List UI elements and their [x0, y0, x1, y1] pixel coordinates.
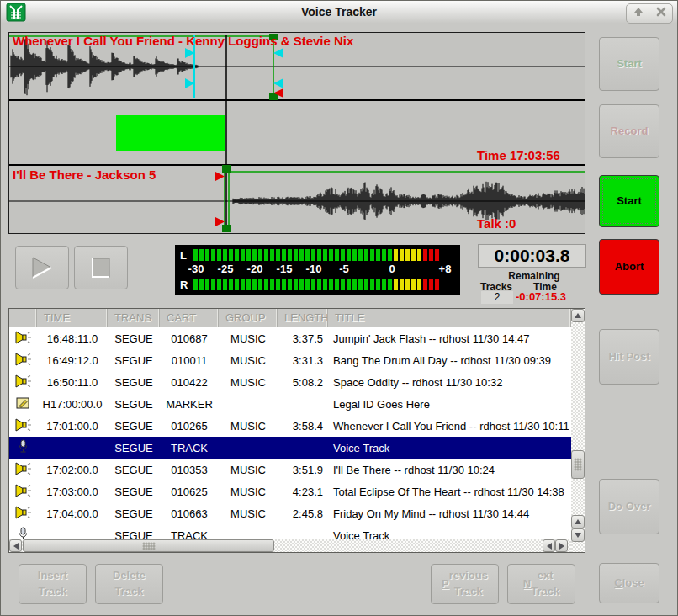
log-cell-cart[interactable]: TRACK: [160, 529, 219, 540]
log-cell-title[interactable]: Jumpin' Jack Flash -- rdhost 11/30 14:47: [328, 332, 571, 345]
log-cell-icon[interactable]: [9, 462, 37, 478]
log-cell-group[interactable]: MUSIC: [219, 332, 278, 345]
log-cell-cart[interactable]: 010265: [160, 420, 219, 433]
log-cell-icon[interactable]: [9, 353, 37, 369]
table-row[interactable]: 17:01:00.0SEGUE010265MUSIC3:58.4Whenever…: [9, 415, 571, 437]
log-cell-cart[interactable]: 010625: [160, 486, 219, 498]
log-cell-trans[interactable]: SEGUE: [108, 486, 160, 498]
log-cell-cart[interactable]: 010353: [160, 464, 219, 476]
log-cell-time[interactable]: H17:00:00.0: [37, 398, 108, 411]
vscroll-up-button[interactable]: [571, 309, 585, 322]
log-cell-title[interactable]: Voice Track: [328, 442, 571, 454]
log-cell-length[interactable]: 3:58.4: [278, 420, 328, 433]
start-track2-button[interactable]: Start: [599, 175, 659, 227]
log-table-header[interactable]: TIMETRANSCARTGROUPLENGTHTITLE: [9, 309, 571, 327]
hscroll-left-button[interactable]: [9, 539, 22, 552]
log-cell-group[interactable]: MUSIC: [219, 486, 278, 498]
waveform-canvas[interactable]: [9, 33, 585, 233]
table-row[interactable]: 17:03:00.0SEGUE010625MUSIC4:23.1Total Ec…: [9, 481, 571, 502]
log-cell-title[interactable]: Friday On My Mind -- rdhost 11/30 14:44: [328, 507, 571, 520]
log-cell-time[interactable]: 17:04:00.0: [37, 507, 108, 520]
insert-track-button[interactable]: InsertTrack: [19, 564, 87, 604]
talk-start-marker-icon[interactable]: [185, 48, 194, 58]
previous-track-button[interactable]: PreviousTrack: [431, 564, 499, 604]
delete-track-button[interactable]: DeleteTrack: [95, 564, 163, 604]
log-cell-group[interactable]: MUSIC: [219, 464, 278, 476]
log-cell-time[interactable]: 17:02:00.0: [37, 464, 108, 476]
log-cell-group[interactable]: MUSIC: [219, 376, 278, 389]
log-cell-cart[interactable]: 010011: [160, 354, 219, 367]
stop-button[interactable]: [74, 246, 128, 289]
log-cell-group[interactable]: MUSIC: [219, 354, 278, 367]
track1-segue-handle-bottom[interactable]: [269, 93, 278, 100]
log-cell-title[interactable]: Bang The Drum All Day -- rdhost 11/30 09…: [328, 354, 571, 367]
track1-end-marker-icon2[interactable]: [273, 78, 283, 88]
next-track-button[interactable]: NextTrack: [507, 564, 575, 604]
log-cell-trans[interactable]: SEGUE: [108, 354, 160, 367]
column-header-length[interactable]: LENGTH: [278, 309, 328, 327]
log-cell-cart[interactable]: TRACK: [160, 442, 219, 454]
log-cell-title[interactable]: I'll Be There -- rdhost 11/30 10:24: [328, 464, 571, 476]
play-button[interactable]: [15, 246, 69, 289]
log-cell-time[interactable]: 17:03:00.0: [37, 486, 108, 498]
log-cell-title[interactable]: Total Eclipse Of The Heart -- rdhost 11/…: [328, 486, 571, 498]
log-cell-time[interactable]: 16:50:11.0: [37, 376, 108, 389]
table-row[interactable]: 16:49:12.0SEGUE010011MUSIC3:31.3Bang The…: [9, 349, 571, 371]
log-cell-icon[interactable]: [9, 331, 37, 347]
log-cell-title[interactable]: Voice Track: [328, 529, 571, 540]
log-cell-icon[interactable]: [9, 439, 37, 456]
table-row-selected[interactable]: SEGUETRACKVoice Track: [9, 437, 571, 459]
log-cell-group[interactable]: MUSIC: [219, 507, 278, 520]
track2-fade-marker-top-icon[interactable]: [215, 172, 225, 181]
close-button[interactable]: Close: [599, 563, 659, 603]
vscroll-up2-button[interactable]: [571, 515, 585, 528]
horizontal-scrollbar[interactable]: [9, 539, 571, 552]
log-cell-title[interactable]: Whenever I Call You Friend -- rdhost 11/…: [328, 420, 571, 433]
log-cell-time[interactable]: 16:49:12.0: [37, 354, 108, 367]
table-row[interactable]: 17:02:00.0SEGUE010353MUSIC3:51.9I'll Be …: [9, 459, 571, 481]
hscroll-right-button[interactable]: [555, 539, 568, 552]
hscroll-thumb[interactable]: [23, 539, 274, 552]
log-cell-icon[interactable]: [9, 527, 37, 539]
track2-start-handle-bottom[interactable]: [222, 225, 231, 232]
start-track1-button[interactable]: Start: [599, 37, 659, 91]
log-cell-length[interactable]: 5:08.2: [278, 376, 328, 389]
close-window-icon[interactable]: [655, 6, 667, 21]
table-row[interactable]: H17:00:00.0SEGUEMARKERLegal ID Goes Here: [9, 393, 571, 415]
vscroll-thumb[interactable]: [571, 450, 585, 479]
log-cell-icon[interactable]: [9, 418, 37, 434]
log-cell-cart[interactable]: MARKER: [160, 398, 219, 411]
log-cell-trans[interactable]: SEGUE: [108, 376, 160, 389]
hscroll-left2-button[interactable]: [543, 539, 555, 552]
shade-window-icon[interactable]: [633, 6, 644, 21]
track1-end-marker-icon[interactable]: [273, 48, 283, 58]
log-cell-length[interactable]: 3:51.9: [278, 464, 328, 476]
vertical-scrollbar[interactable]: [571, 309, 585, 552]
log-cell-trans[interactable]: SEGUE: [108, 507, 160, 520]
log-cell-icon[interactable]: [9, 484, 37, 500]
column-header-trans[interactable]: TRANS: [108, 309, 160, 327]
vscroll-down-button[interactable]: [571, 528, 585, 542]
log-table-body[interactable]: 16:48:11.0SEGUE010687MUSIC3:37.5Jumpin' …: [9, 327, 571, 539]
log-cell-length[interactable]: 3:37.5: [278, 332, 328, 345]
log-cell-trans[interactable]: SEGUE: [108, 529, 160, 540]
column-header-group[interactable]: GROUP: [219, 309, 278, 327]
table-row[interactable]: 16:50:11.0SEGUE010422MUSIC5:08.2Space Od…: [9, 371, 571, 393]
log-cell-cart[interactable]: 010687: [160, 332, 219, 345]
table-row[interactable]: 16:48:11.0SEGUE010687MUSIC3:37.5Jumpin' …: [9, 327, 571, 349]
talk-end-marker-icon[interactable]: [185, 78, 194, 88]
column-header-cart[interactable]: CART: [160, 309, 219, 327]
log-cell-title[interactable]: Space Oddity -- rdhost 11/30 10:32: [328, 376, 571, 389]
log-cell-title[interactable]: Legal ID Goes Here: [328, 398, 571, 411]
log-cell-cart[interactable]: 010663: [160, 507, 219, 520]
log-cell-icon[interactable]: [9, 396, 37, 412]
log-cell-trans[interactable]: SEGUE: [108, 464, 160, 476]
log-cell-group[interactable]: MUSIC: [219, 420, 278, 433]
record-button[interactable]: Record: [599, 104, 659, 158]
waveform-panel[interactable]: Whenever I Call You Friend - Kenny Loggi…: [8, 32, 585, 234]
log-cell-trans[interactable]: SEGUE: [108, 398, 160, 411]
log-cell-length[interactable]: 4:23.1: [278, 486, 328, 498]
log-cell-length[interactable]: 3:31.3: [278, 354, 328, 367]
log-cell-time[interactable]: 17:01:00.0: [37, 420, 108, 433]
track2-start-handle-top[interactable]: [222, 165, 231, 173]
